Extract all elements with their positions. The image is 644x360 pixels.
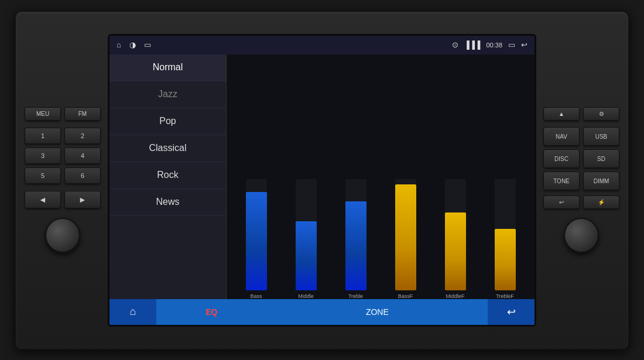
eq-menu-jazz[interactable]: Jazz: [109, 81, 226, 108]
eq-bar-wrapper-treble[interactable]: [345, 179, 366, 290]
eq-visualizer: Bass Middle Treble: [227, 54, 535, 299]
settings-button[interactable]: ⚙: [583, 107, 619, 121]
eq-bar-wrapper-bassf[interactable]: [395, 179, 416, 290]
home-icon[interactable]: ⌂: [117, 40, 121, 49]
bottom-bar: ⌂ EQ ZONE ↩: [109, 299, 535, 325]
dimm-button[interactable]: DIMM: [583, 172, 619, 190]
eq-bar-fill-middlef: [445, 212, 466, 290]
num-6-button[interactable]: 6: [64, 167, 101, 184]
eq-menu-classical[interactable]: Classical: [109, 135, 226, 162]
eq-menu-pop[interactable]: Pop: [109, 108, 226, 135]
eq-menu-rock[interactable]: Rock: [109, 162, 226, 189]
eq-bar-fill-treble: [345, 201, 366, 290]
eq-bar-wrapper-middle[interactable]: [296, 179, 317, 290]
eq-bar-label-middle: Middle: [298, 293, 314, 299]
status-bar-left: ⌂ ◑ ▭: [117, 40, 151, 49]
bluetooth-icon: ⊙: [452, 40, 458, 49]
signal-icon: ▐▐▐: [464, 40, 481, 49]
eq-bar-treblef: TrebleF: [495, 179, 516, 299]
home-bottom-icon: ⌂: [130, 306, 136, 318]
eq-bar-label-treble: Treble: [348, 293, 363, 299]
eq-bar-fill-treblef: [495, 229, 516, 290]
eq-bar-fill-bass: [246, 192, 267, 290]
time-display: 00:38: [486, 42, 502, 49]
right-grid-buttons: NAV USB DISC SD TONE DIMM: [543, 127, 619, 190]
zone-label: ZONE: [366, 307, 389, 317]
zone-button[interactable]: ZONE: [267, 307, 488, 317]
cast-icon: ▭: [508, 40, 515, 49]
eq-button[interactable]: EQ: [156, 307, 267, 317]
power-button[interactable]: ⚡: [583, 196, 619, 209]
right-extra-buttons: ↩ ⚡: [543, 196, 619, 209]
status-bar: ⌂ ◑ ▭ ⊙ ▐▐▐ 00:38 ▭ ↩: [109, 36, 535, 54]
eq-bar-label-bassf: BassF: [398, 293, 413, 299]
fm-button[interactable]: FM: [64, 107, 101, 121]
eq-bar-label-middlef: MiddleF: [446, 293, 464, 299]
eq-menu-news[interactable]: News: [109, 189, 226, 216]
eq-label: EQ: [205, 307, 217, 317]
num-5-button[interactable]: 5: [25, 167, 61, 184]
volume-knob-left[interactable]: [45, 218, 80, 253]
left-panel: MEU FM 1 2 3 4 5 6 ◄ ►: [25, 107, 101, 253]
left-top-buttons: MEU FM: [25, 107, 101, 121]
eject-button[interactable]: ▲: [543, 107, 580, 121]
eq-bar-treble: Treble: [345, 179, 366, 299]
eq-bar-middlef: MiddleF: [445, 179, 466, 299]
eq-bar-label-treblef: TrebleF: [496, 293, 514, 299]
screen: ⌂ ◑ ▭ ⊙ ▐▐▐ 00:38 ▭ ↩ Normal Jazz Pop Cl…: [108, 34, 536, 327]
disc-button[interactable]: DISC: [543, 149, 580, 168]
number-grid: 1 2 3 4 5 6: [25, 128, 101, 184]
screenshot-icon[interactable]: ▭: [144, 40, 151, 49]
eq-bars: Bass Middle Treble: [232, 182, 529, 299]
back-bottom-icon: ↩: [507, 306, 516, 318]
arrow-right-button[interactable]: ►: [64, 191, 101, 208]
head-unit: MEU FM 1 2 3 4 5 6 ◄ ► ⌂ ◑ ▭ ⊙ ▐▐▐: [15, 11, 629, 350]
eq-bar-bassf: BassF: [395, 179, 416, 299]
right-panel: ▲ ⚙ NAV USB DISC SD TONE DIMM ↩ ⚡: [543, 107, 619, 253]
eq-bar-bass: Bass: [246, 179, 267, 299]
back-right-button[interactable]: ↩: [543, 196, 580, 209]
num-2-button[interactable]: 2: [64, 128, 101, 144]
right-top-buttons: ▲ ⚙: [543, 107, 619, 121]
home-button[interactable]: ⌂: [109, 299, 156, 325]
arrow-buttons: ◄ ►: [25, 191, 101, 208]
eq-bar-fill-bassf: [395, 184, 416, 290]
eq-menu: Normal Jazz Pop Classical Rock News: [109, 54, 227, 299]
back-status-icon[interactable]: ↩: [521, 40, 527, 49]
status-bar-right: ⊙ ▐▐▐ 00:38 ▭ ↩: [452, 40, 527, 49]
eq-bar-wrapper-treblef[interactable]: [495, 179, 516, 290]
eq-bar-wrapper-middlef[interactable]: [445, 179, 466, 290]
eq-bar-fill-middle: [296, 221, 317, 290]
nav-button[interactable]: NAV: [543, 127, 580, 146]
num-4-button[interactable]: 4: [64, 148, 101, 164]
num-1-button[interactable]: 1: [25, 128, 61, 144]
usb-button[interactable]: USB: [583, 127, 619, 146]
eq-menu-normal[interactable]: Normal: [109, 54, 226, 81]
arrow-left-button[interactable]: ◄: [25, 191, 61, 208]
eq-bar-wrapper-bass[interactable]: [246, 179, 267, 290]
tone-button[interactable]: TONE: [543, 172, 580, 190]
screen-content: Normal Jazz Pop Classical Rock News Bass: [109, 54, 535, 299]
meu-button[interactable]: MEU: [25, 107, 61, 121]
sd-button[interactable]: SD: [583, 149, 619, 168]
volume-knob-right[interactable]: [564, 218, 599, 253]
back-button[interactable]: ↩: [488, 299, 535, 325]
eq-bar-middle: Middle: [296, 179, 317, 299]
brightness-icon[interactable]: ◑: [129, 40, 136, 49]
num-3-button[interactable]: 3: [25, 148, 61, 164]
eq-bar-label-bass: Bass: [250, 293, 262, 299]
